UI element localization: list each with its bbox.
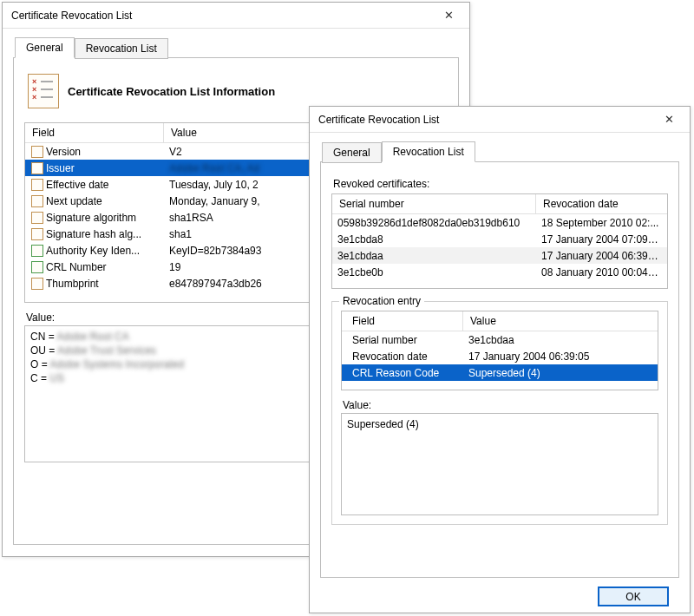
listview-header: Field Value: [342, 311, 658, 331]
info-title: Certificate Revocation List Information: [68, 85, 275, 98]
tab-strip: General Revocation List: [320, 141, 679, 162]
revoked-listview[interactable]: Serial number Revocation date 0598b39286…: [331, 193, 668, 289]
col-field[interactable]: Field: [25, 123, 164, 142]
revoked-row[interactable]: 3e1cbdaa17 January 2004 06:39:05: [332, 247, 667, 264]
crl-dialog-revocation-list: Certificate Revocation List ✕ General Re…: [309, 106, 691, 613]
window-title: Certificate Revocation List: [318, 114, 651, 126]
tab-general[interactable]: General: [322, 142, 382, 163]
listview-header: Serial number Revocation date: [332, 194, 667, 214]
close-icon[interactable]: ✕: [431, 5, 466, 26]
entry-value: 17 January 2004 06:39:05: [463, 350, 658, 364]
entry-listview[interactable]: Field Value Serial number3e1cbdaaRevocat…: [341, 311, 658, 390]
revocation-entry-group: Revocation entry Field Value Serial numb…: [331, 301, 668, 525]
titlebar[interactable]: Certificate Revocation List ✕: [3, 3, 469, 29]
tab-strip: General Revocation List: [13, 37, 459, 58]
col-value[interactable]: Value: [463, 311, 658, 331]
entry-row[interactable]: Serial number3e1cbdaa: [342, 331, 658, 348]
revocation-date: 17 January 2004 06:39:05: [536, 249, 667, 263]
field-icon: [31, 228, 43, 240]
revoked-row[interactable]: 3e1cbda817 January 2004 07:09:29: [332, 231, 667, 247]
entry-field: Serial number: [342, 333, 463, 347]
ok-button[interactable]: OK: [598, 587, 669, 606]
tab-revocation-list[interactable]: Revocation List: [75, 38, 168, 59]
entry-row[interactable]: Revocation date17 January 2004 06:39:05: [342, 348, 658, 364]
col-serial[interactable]: Serial number: [332, 194, 536, 213]
dialog-buttons: OK: [320, 578, 679, 606]
crl-document-icon: [28, 74, 59, 108]
revocation-date: 18 September 2010 02:...: [536, 216, 667, 230]
titlebar[interactable]: Certificate Revocation List ✕: [310, 107, 690, 133]
extension-icon: [31, 245, 43, 257]
revoked-row[interactable]: 3e1cbe0b08 January 2010 00:04:37: [332, 264, 667, 280]
field-icon: [31, 162, 43, 174]
field-icon: [31, 195, 43, 207]
revoked-label: Revoked certificates:: [333, 178, 668, 190]
extension-icon: [31, 261, 43, 273]
window-title: Certificate Revocation List: [11, 10, 431, 22]
field-icon: [31, 278, 43, 290]
col-field[interactable]: Field: [342, 311, 463, 331]
entry-row[interactable]: CRL Reason CodeSuperseded (4): [342, 364, 658, 381]
value-box[interactable]: Superseded (4): [341, 413, 658, 515]
field-label: Authority Key Iden...: [46, 245, 140, 257]
field-label: Next update: [46, 195, 102, 207]
tab-pane-revocation-list: Revoked certificates: Serial number Revo…: [320, 161, 679, 578]
field-icon: [31, 179, 43, 191]
tab-general[interactable]: General: [15, 37, 75, 58]
field-label: Thumbprint: [46, 278, 99, 290]
value-text: Superseded (4): [347, 418, 419, 430]
entry-value: Superseded (4): [463, 366, 658, 380]
entry-field: CRL Reason Code: [342, 366, 463, 380]
field-icon: [31, 146, 43, 158]
revoked-row[interactable]: 0598b39286d1def8082da0eb319db61018 Septe…: [332, 214, 667, 231]
col-revdate[interactable]: Revocation date: [536, 194, 667, 213]
serial-number: 0598b39286d1def8082da0eb319db610: [332, 216, 536, 230]
field-label: Issuer: [46, 162, 75, 174]
field-label: Effective date: [46, 179, 109, 191]
close-icon[interactable]: ✕: [651, 109, 686, 130]
group-title: Revocation entry: [339, 295, 424, 307]
revocation-date: 17 January 2004 07:09:29: [536, 233, 667, 246]
field-label: Version: [46, 146, 81, 158]
entry-field: Revocation date: [342, 350, 463, 364]
field-label: Signature hash alg...: [46, 228, 141, 240]
serial-number: 3e1cbda8: [332, 233, 536, 246]
field-icon: [31, 212, 43, 224]
serial-number: 3e1cbe0b: [332, 265, 536, 279]
field-label: CRL Number: [46, 261, 107, 273]
entry-value: 3e1cbdaa: [463, 333, 658, 347]
field-label: Signature algorithm: [46, 212, 136, 224]
tab-revocation-list[interactable]: Revocation List: [382, 141, 475, 162]
serial-number: 3e1cbdaa: [332, 249, 536, 263]
value-label: Value:: [343, 399, 658, 411]
revocation-date: 08 January 2010 00:04:37: [536, 265, 667, 279]
